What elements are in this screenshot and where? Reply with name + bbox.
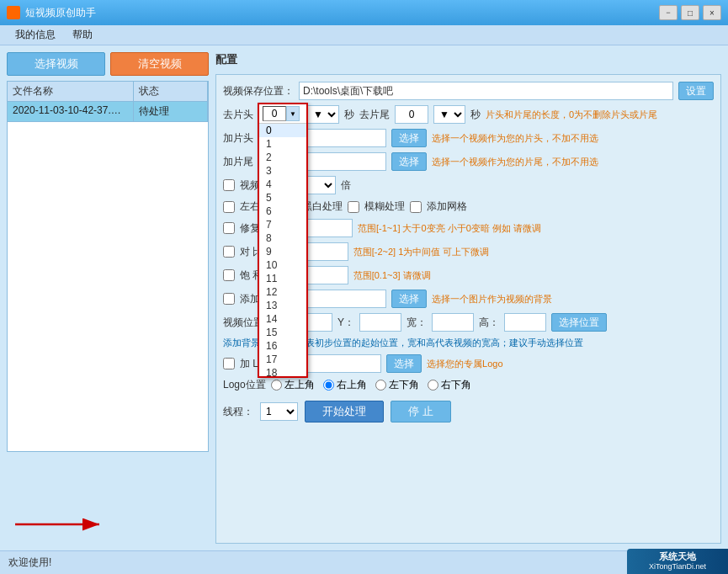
height-input[interactable] [504,313,546,332]
stop-btn[interactable]: 停 止 [391,401,451,423]
dropdown-item-4[interactable]: 4 [259,178,306,191]
logo-pos-topleft-radio[interactable] [271,380,282,391]
menu-myinfo[interactable]: 我的信息 [7,26,64,44]
blackwhite-label: 黑白处理 [302,199,343,214]
logo-pos-topleft[interactable]: 左上角 [271,378,315,392]
saturation-checkbox[interactable] [223,269,235,281]
save-path-row: 视频保存位置： 设置 [223,82,714,100]
process-row: 线程： 1 开始处理 停 止 [223,401,714,423]
cut-head-dropdown: ▼ 0 1 2 3 4 5 6 7 8 9 10 11 12 13 14 15 … [258,103,308,378]
table-row[interactable]: 2020-11-03-10-42-37.CUT.00'… 待处理 [8,102,208,122]
video-accel-checkbox[interactable] [223,179,235,191]
cut-hint: 片头和片尾的长度，0为不删除片头或片尾 [486,109,657,121]
arrow-annotation [7,508,116,541]
leftright-checkbox[interactable] [223,201,235,213]
cut-head-select[interactable]: ▼ [307,105,339,124]
clear-video-button[interactable]: 清空视频 [110,52,209,76]
app-icon [7,6,20,19]
logo-position-label: Logo位置 [223,378,266,392]
dropdown-item-13[interactable]: 13 [259,299,306,312]
status-text: 欢迎使用! [8,555,51,570]
contrast-checkbox[interactable] [223,246,235,258]
logo-position-radios: 左上角 右上角 左下角 右下角 [271,378,471,392]
logo-pos-topright-radio[interactable] [323,380,334,391]
start-btn[interactable]: 开始处理 [305,401,384,423]
add-logo-checkbox[interactable] [223,358,235,369]
width-input[interactable] [432,313,474,332]
save-path-label: 视频保存位置： [223,84,294,98]
logo-pos-topright[interactable]: 右上角 [323,378,367,392]
maximize-button[interactable]: □ [681,5,699,20]
select-video-button[interactable]: 选择视频 [7,52,105,76]
logo-pos-bottomright-radio[interactable] [428,380,438,391]
logo-pos-bottomleft-radio[interactable] [375,380,386,391]
add-bg-hint: 选择一个图片作为视频的背景 [432,293,552,306]
logo-text-1: 系统天地 [649,550,706,562]
dropdown-item-12[interactable]: 12 [259,285,306,299]
close-button[interactable]: × [703,5,721,20]
width-label: 宽： [407,316,427,330]
dropdown-item-10[interactable]: 10 [259,258,306,272]
col-header-name: 文件名称 [8,82,134,101]
dropdown-header: ▼ [259,104,306,124]
status-bar: 欢迎使用! 系统天地 XiTongTianDi.net [0,550,728,574]
menu-help[interactable]: 帮助 [64,26,101,44]
video-accel-unit: 倍 [341,178,351,193]
dropdown-item-18[interactable]: 18 [259,366,306,376]
brightness-checkbox[interactable] [223,222,235,234]
dropdown-item-0[interactable]: 0 [259,124,306,137]
col-header-status: 状态 [134,82,208,101]
logo-box: 系统天地 XiTongTianDi.net [627,549,728,574]
video-buttons: 选择视频 清空视频 [7,52,209,76]
dropdown-item-11[interactable]: 11 [259,272,306,285]
save-path-btn[interactable]: 设置 [678,82,714,100]
save-path-input[interactable] [299,82,673,100]
dropdown-item-3[interactable]: 3 [259,164,306,178]
add-bg-checkbox[interactable] [223,293,235,305]
dropdown-item-16[interactable]: 16 [259,339,306,353]
brightness-hint: 范围[-1~1] 大于0变亮 小于0变暗 例如 请微调 [358,222,541,235]
cut-tail-input[interactable] [395,105,428,124]
logo-pos-bottomleft[interactable]: 左下角 [375,378,419,392]
dropdown-item-2[interactable]: 2 [259,151,306,164]
cut-tail-label: 去片尾 [359,108,390,122]
minimize-button[interactable]: － [659,5,678,20]
dropdown-item-7[interactable]: 7 [259,218,306,231]
dropdown-item-9[interactable]: 9 [259,245,306,258]
add-tail-btn[interactable]: 选择 [391,152,427,171]
dropdown-item-1[interactable]: 1 [259,137,306,151]
file-table: 文件名称 状态 2020-11-03-10-42-37.CUT.00'… 待处理 [7,81,209,452]
right-panel: 配置 视频保存位置： 设置 去片头： ▼ 秒 去片尾 ▼ 秒 片头和片尾的长度，… [215,52,721,544]
file-name: 2020-11-03-10-42-37.CUT.00'… [8,102,134,121]
dropdown-arrow-btn[interactable]: ▼ [286,106,300,121]
dropdown-list[interactable]: 0 1 2 3 4 5 6 7 8 9 10 11 12 13 14 15 16… [259,124,306,376]
cut-tail-select[interactable]: ▼ [433,105,465,124]
blur-checkbox[interactable] [348,201,359,213]
dropdown-item-17[interactable]: 17 [259,353,306,366]
add-bg-btn[interactable]: 选择 [391,290,427,308]
process-select[interactable]: 1 [260,402,298,421]
logo-pos-bottomright[interactable]: 右下角 [428,378,471,392]
height-label: 高： [479,316,499,330]
dropdown-item-6[interactable]: 6 [259,205,306,218]
select-position-btn[interactable]: 选择位置 [551,313,607,332]
process-label: 线程： [223,405,253,419]
logo-text-2: XiTongTianDi.net [649,562,706,572]
add-tail-hint: 选择一个视频作为您的片尾，不加不用选 [432,156,598,168]
dropdown-item-15[interactable]: 15 [259,326,306,339]
add-head-btn[interactable]: 选择 [391,129,427,147]
left-panel: 选择视频 清空视频 文件名称 状态 2020-11-03-10-42-37.CU… [7,52,209,544]
dropdown-item-8[interactable]: 8 [259,231,306,245]
title-controls: － □ × [659,5,721,20]
logo-position-row: Logo位置 左上角 右上角 左下角 [223,378,714,392]
add-head-hint: 选择一个视频作为您的片头，不加不用选 [432,132,598,145]
add-logo-btn[interactable]: 选择 [386,354,422,373]
dropdown-item-5[interactable]: 5 [259,191,306,205]
app-title: 短视频原创助手 [25,6,96,20]
addgrid-checkbox[interactable] [410,201,422,213]
section-title: 配置 [215,52,721,67]
dropdown-value-input[interactable] [263,106,286,121]
saturation-hint: 范围[0.1~3] 请微调 [353,269,431,282]
y-input[interactable] [359,313,401,332]
dropdown-item-14[interactable]: 14 [259,312,306,326]
